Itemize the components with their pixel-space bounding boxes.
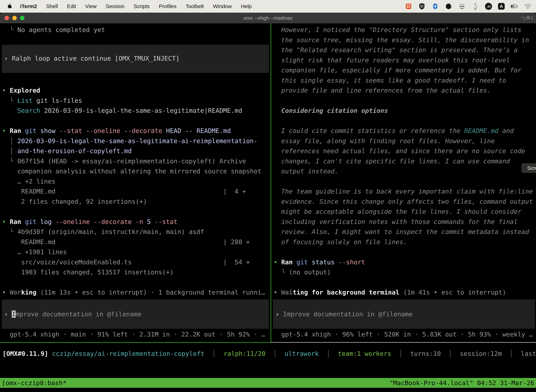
terminal-line-right-1: the source tree, missing the essay. Stil… <box>274 35 529 45</box>
menu-item-shell[interactable]: Shell <box>46 3 58 9</box>
tmux-host-clock: "MacBook-Pro-44.local" 04:52 31-Mar-26 <box>389 379 534 387</box>
terminal-line-right-17: review. Also, I might want to inspect th… <box>274 227 529 237</box>
terminal-line-left-10: README.md | 4 + <box>2 186 246 196</box>
terminal-line-right-22: gpt-5.4 xhigh · 96% left · 520K in · 5.8… <box>274 329 533 339</box>
tmux-status-bar: [omx-cczip0:bash* "MacBook-Pro-44.local"… <box>0 378 536 388</box>
terminal-line-left-5: │ 2026-03-09-is-legal-the-same-as-legiti… <box>2 136 258 146</box>
bolt-icon[interactable] <box>431 3 439 10</box>
macos-menu-bar: iTerm2 ShellEditViewSessionScriptsProfil… <box>0 0 536 13</box>
terminal-line-left-4: • Ran git show --stat --oneline --decora… <box>2 126 231 136</box>
terminal-line-left-0: └ No agents completed yet <box>2 25 105 35</box>
terminal-line-left-8: companion analysis without altering the … <box>2 166 261 176</box>
terminal-line-left-14: README.md | 280 + <box>2 237 250 247</box>
terminal-line-right-14: evidence. Since this change only affects… <box>274 196 533 206</box>
window-title: omx --xhigh --madmax <box>0 15 536 21</box>
terminal-line-right-4: companion file, especially if more comme… <box>274 65 522 75</box>
terminal-line-left-6: │ and-the-erosion-of-copyleft.md <box>2 146 132 156</box>
menu-bar-status-icons: ..61 A <box>405 3 531 10</box>
screen-overlay-label: Scre <box>527 165 536 171</box>
terminal-line-right-2: the "Related research writing" section i… <box>274 45 517 55</box>
terminal-area[interactable]: └ No agents completed yet• Explored └ Li… <box>0 23 536 392</box>
dots-grid-icon[interactable] <box>458 3 466 10</box>
terminal-line-right-20: └ (no output) <box>274 267 331 277</box>
terminal-line-right-19: • Ran git status --short <box>274 257 365 267</box>
tmux-session-label[interactable]: [omx-cczip0:bash* <box>2 379 67 387</box>
terminal-line-right-13: The team guideline is to back every impo… <box>274 186 533 196</box>
terminal-line-left-1: • Explored <box>2 85 40 95</box>
count-badge-icon[interactable]: ..61 <box>485 3 492 10</box>
screen: iTerm2 ShellEditViewSessionScriptsProfil… <box>0 0 536 392</box>
terminal-line-left-16: src/voice/voiceModeEnabled.ts | 54 + <box>2 257 250 267</box>
pie-icon[interactable] <box>445 3 452 10</box>
pane-divider[interactable] <box>271 23 271 342</box>
terminal-line-left-19: gpt-5.4 xhigh · main · 91% left · 2.31M … <box>2 329 265 339</box>
battery-charging-icon[interactable] <box>511 3 518 10</box>
terminal-line-left-13: └ 4b9d30f (origin/main, instructkr/main,… <box>2 227 204 237</box>
menu-app-name[interactable]: iTerm2 <box>20 3 37 9</box>
terminal-line-right-8: I could cite commit statistics or refere… <box>274 126 514 136</box>
terminal-line-left-3: Search 2026-03-09-is-legal-the-same-as-l… <box>2 106 242 116</box>
window-shortcut-badge: ⌥⌘1 <box>521 15 533 21</box>
terminal-line-left-7: └ 067f154 (HEAD -> essay/ai-reimplementa… <box>2 156 246 166</box>
terminal-line-right-16: including verification notes with those … <box>274 217 517 227</box>
terminal-line-right-5: this single essay, it seems like a good … <box>274 75 506 85</box>
menu-item-session[interactable]: Session <box>106 3 124 9</box>
window-title-bar: omx --xhigh --madmax ⌥⌘1 <box>0 13 536 23</box>
terminal-line-right-12: output instead. <box>274 166 338 176</box>
menu-item-scripts[interactable]: Scripts <box>134 3 150 9</box>
terminal-line-left-11: 2 files changed, 92 insertions(+) <box>2 196 147 206</box>
shield-icon[interactable] <box>418 3 426 10</box>
chat-icon[interactable] <box>405 3 412 10</box>
terminal-line-right-9: essay file, along with finding root file… <box>274 136 495 146</box>
terminal-line-left-command-text[interactable]: › Ralph loop active continue [OMX_TMUX_I… <box>4 53 180 63</box>
menu-item-help[interactable]: Help <box>241 3 252 9</box>
terminal-line-left-15: … +1901 lines <box>2 247 67 257</box>
terminal-line-right-0: However, I noticed the "Directory Struct… <box>274 25 522 35</box>
input-source-icon[interactable]: A <box>498 3 505 10</box>
left-pane-bottom-border <box>0 342 271 343</box>
menu-item-window[interactable]: Window <box>213 3 232 9</box>
hook-icon[interactable] <box>472 3 479 10</box>
terminal-line-left-9: … +2 lines <box>2 176 55 186</box>
apple-menu-icon[interactable] <box>7 3 12 9</box>
wifi-icon[interactable] <box>524 3 531 10</box>
terminal-line-right-input-text[interactable]: › Improve documentation in @filename <box>275 309 412 319</box>
terminal-line-left-18: • Working (11m 13s • esc to interrupt) ·… <box>2 287 265 297</box>
terminal-line-right-21: • Waiting for background terminal (1m 41… <box>274 287 506 297</box>
terminal-line-right-3: slight risk that future readers may over… <box>274 55 510 65</box>
menu-item-toolbelt[interactable]: Toolbelt <box>186 3 204 9</box>
menu-item-profiles[interactable]: Profiles <box>159 3 176 9</box>
menu-item-edit[interactable]: Edit <box>67 3 76 9</box>
screen-overlay-button[interactable]: Scre <box>522 163 536 173</box>
terminal-line-left-12: • Ran git log --oneline --decorate -n 5 … <box>2 217 177 227</box>
menu-item-view[interactable]: View <box>85 3 96 9</box>
terminal-line-left-2: └ List git ls-files <box>2 96 82 106</box>
terminal-line-right-15: might be acceptable alongside the file l… <box>274 206 522 217</box>
right-pane-bottom-border <box>271 342 536 343</box>
terminal-line-right-7: Considering citation options <box>274 106 388 116</box>
terminal-line-omx-status: [OMX#0.11.9] cczip/essay/ai-reimplementa… <box>2 349 536 359</box>
terminal-line-right-18: of focusing solely on file lines. <box>274 237 407 247</box>
terminal-line-left-input-text[interactable]: › Improve documentation in @filename <box>4 309 141 319</box>
terminal-line-right-6: provide file and line references from th… <box>274 85 491 95</box>
terminal-line-left-17: 1903 files changed, 513517 insertions(+) <box>2 267 174 277</box>
terminal-line-right-10: references need actual files, and since … <box>274 146 525 156</box>
terminal-line-right-11: changes, I can't cite specific file line… <box>274 156 510 166</box>
